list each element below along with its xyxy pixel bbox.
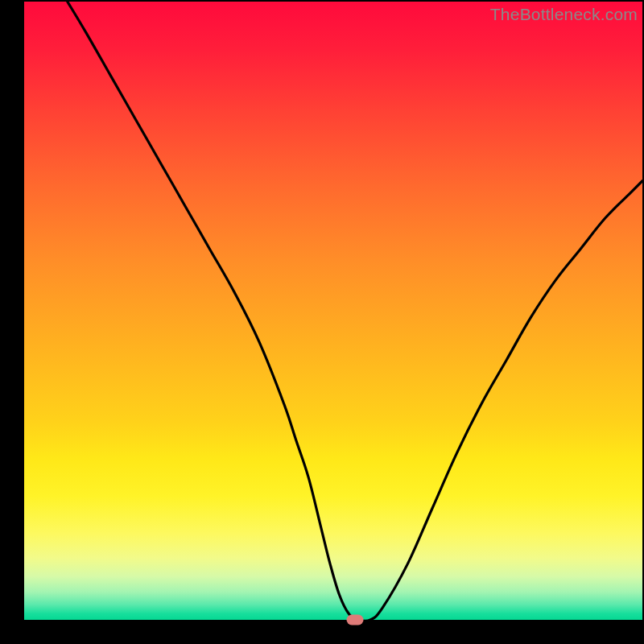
curve-svg — [24, 2, 642, 620]
chart-frame: TheBottleneck.com — [0, 0, 644, 644]
minimum-marker-icon — [346, 615, 363, 625]
plot-area: TheBottleneck.com — [24, 2, 642, 620]
bottleneck-curve — [68, 2, 642, 620]
